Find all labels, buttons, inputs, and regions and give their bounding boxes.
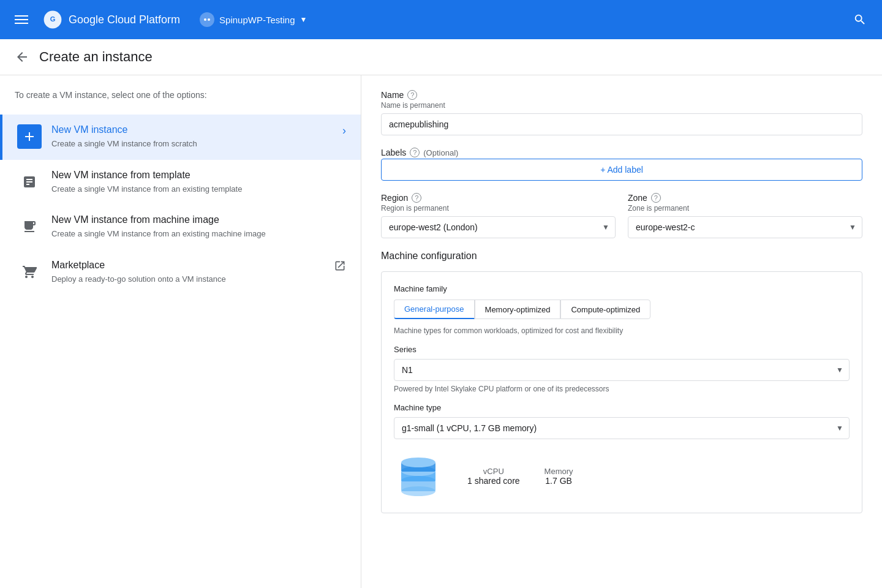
option-template-vm-title: New VM instance from template (51, 170, 346, 181)
family-tab-desc: Machine types for common workloads, opti… (394, 326, 850, 335)
new-vm-icon (17, 124, 42, 149)
zone-sublabel: Zone is permanent (628, 204, 862, 213)
back-arrow-icon (15, 50, 29, 64)
series-label: Series (394, 345, 850, 354)
stack-layers-icon (394, 451, 443, 500)
option-template-vm-desc: Create a single VM instance from an exis… (51, 183, 346, 195)
labels-optional: (Optional) (423, 148, 458, 157)
option-marketplace-text: Marketplace Deploy a ready-to-go solutio… (51, 260, 334, 285)
svg-point-3 (208, 18, 210, 21)
hamburger-menu[interactable] (10, 10, 33, 29)
svg-point-2 (204, 18, 206, 21)
marketplace-icon (17, 260, 42, 284)
project-dots-icon (203, 15, 211, 24)
zone-col: Zone ? Zone is permanent europe-west2-c … (628, 193, 862, 238)
region-help-icon[interactable]: ? (412, 193, 421, 203)
page-title: Create an instance (39, 49, 153, 65)
machine-visual: vCPU 1 shared core Memory 1.7 GB (394, 451, 850, 500)
zone-help-icon[interactable]: ? (651, 193, 661, 203)
svg-point-10 (401, 458, 435, 467)
option-new-vm-text: New VM instance Create a single VM insta… (51, 124, 337, 150)
svg-text:G: G (50, 15, 56, 23)
option-template-vm-text: New VM instance from template Create a s… (51, 170, 346, 195)
name-input[interactable] (381, 113, 862, 135)
machine-type-select[interactable]: g1-small (1 vCPU, 1.7 GB memory) f1-micr… (394, 417, 850, 439)
server-icon (22, 219, 37, 234)
memory-label: Memory (545, 467, 573, 476)
option-marketplace-title: Marketplace (51, 260, 334, 271)
add-label-button[interactable]: + Add label (381, 159, 862, 181)
memory-stat: Memory 1.7 GB (545, 467, 573, 486)
option-machine-image-vm-text: New VM instance from machine image Creat… (51, 214, 346, 240)
option-new-vm-title: New VM instance (51, 124, 337, 135)
vcpu-stat: vCPU 1 shared core (467, 467, 520, 486)
page-header: Create an instance (0, 39, 882, 75)
option-marketplace[interactable]: Marketplace Deploy a ready-to-go solutio… (0, 250, 361, 295)
vcpu-value: 1 shared core (467, 476, 520, 486)
tab-compute-optimized[interactable]: Compute-optimized (560, 300, 650, 319)
machine-type-label: Machine type (394, 403, 850, 412)
app-name: Google Cloud Platform (69, 13, 180, 26)
back-button[interactable] (15, 50, 29, 64)
project-dropdown-icon: ▼ (300, 15, 307, 24)
machine-config-box: Machine family General-purpose Memory-op… (381, 271, 862, 513)
gcp-logo-icon: G (43, 10, 62, 29)
search-icon (853, 13, 867, 26)
name-sublabel: Name is permanent (381, 101, 862, 110)
region-select[interactable]: europe-west2 (London) us-central1 (Iowa)… (381, 216, 616, 238)
option-machine-image-vm[interactable]: New VM instance from machine image Creat… (0, 205, 361, 250)
region-select-wrapper: europe-west2 (London) us-central1 (Iowa)… (381, 216, 616, 238)
name-section: Name ? Name is permanent (381, 90, 862, 135)
labels-help-icon[interactable]: ? (410, 148, 420, 157)
memory-value: 1.7 GB (545, 476, 573, 486)
machine-config-section-title: Machine configuration (381, 251, 862, 262)
option-new-vm[interactable]: New VM instance Create a single VM insta… (0, 115, 361, 160)
region-label: Region ? (381, 193, 616, 203)
option-machine-image-vm-title: New VM instance from machine image (51, 214, 346, 225)
tab-general-purpose[interactable]: General-purpose (394, 300, 475, 319)
cart-icon (22, 265, 37, 279)
left-panel: To create a VM instance, select one of t… (0, 75, 361, 588)
labels-label: Labels ? (Optional) (381, 148, 862, 157)
zone-select[interactable]: europe-west2-c europe-west2-a europe-wes… (628, 216, 862, 238)
left-panel-intro: To create a VM instance, select one of t… (0, 90, 361, 115)
right-panel: Name ? Name is permanent Labels ? (Optio… (361, 75, 882, 588)
region-sublabel: Region is permanent (381, 204, 616, 213)
option-template-vm[interactable]: New VM instance from template Create a s… (0, 160, 361, 205)
tab-memory-optimized[interactable]: Memory-optimized (475, 300, 561, 319)
labels-section: Labels ? (Optional) + Add label (381, 148, 862, 181)
option-new-vm-desc: Create a single VM instance from scratch (51, 138, 337, 150)
chevron-right-icon: › (337, 124, 346, 137)
series-select-wrapper: N1 N2 N2D E2 ▼ (394, 359, 850, 381)
main-layout: To create a VM instance, select one of t… (0, 75, 882, 588)
plus-icon (22, 129, 37, 144)
template-vm-icon (17, 170, 42, 194)
family-tabs: General-purpose Memory-optimized Compute… (394, 300, 850, 319)
project-name: SpinupWP-Testing (219, 15, 295, 25)
topnav: G Google Cloud Platform SpinupWP-Testing… (0, 0, 882, 39)
vcpu-label: vCPU (467, 467, 520, 476)
app-logo: G Google Cloud Platform (43, 10, 180, 29)
launch-icon (334, 260, 346, 272)
series-select[interactable]: N1 N2 N2D E2 (394, 359, 850, 381)
name-help-icon[interactable]: ? (407, 90, 417, 100)
machine-image-icon (17, 214, 42, 239)
project-icon (200, 12, 214, 27)
external-link-icon (334, 260, 346, 274)
region-col: Region ? Region is permanent europe-west… (381, 193, 616, 238)
series-desc: Powered by Intel Skylake CPU platform or… (394, 385, 850, 393)
region-zone-section: Region ? Region is permanent europe-west… (381, 193, 862, 238)
name-label: Name ? (381, 90, 862, 100)
template-icon (22, 175, 37, 189)
machine-family-label: Machine family (394, 284, 850, 293)
machine-type-select-wrapper: g1-small (1 vCPU, 1.7 GB memory) f1-micr… (394, 417, 850, 439)
option-marketplace-desc: Deploy a ready-to-go solution onto a VM … (51, 273, 334, 285)
zone-select-wrapper: europe-west2-c europe-west2-a europe-wes… (628, 216, 862, 238)
project-selector[interactable]: SpinupWP-Testing ▼ (200, 12, 307, 27)
search-button[interactable] (848, 7, 872, 32)
zone-label: Zone ? (628, 193, 862, 203)
option-machine-image-vm-desc: Create a single VM instance from an exis… (51, 228, 346, 240)
